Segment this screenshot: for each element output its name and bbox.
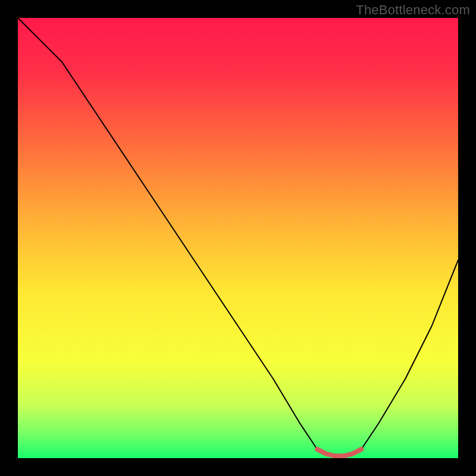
plot-area bbox=[18, 18, 458, 458]
gradient-background bbox=[18, 18, 458, 458]
chart-frame: TheBottleneck.com bbox=[0, 0, 476, 476]
chart-svg bbox=[18, 18, 458, 458]
watermark-text: TheBottleneck.com bbox=[356, 2, 470, 18]
